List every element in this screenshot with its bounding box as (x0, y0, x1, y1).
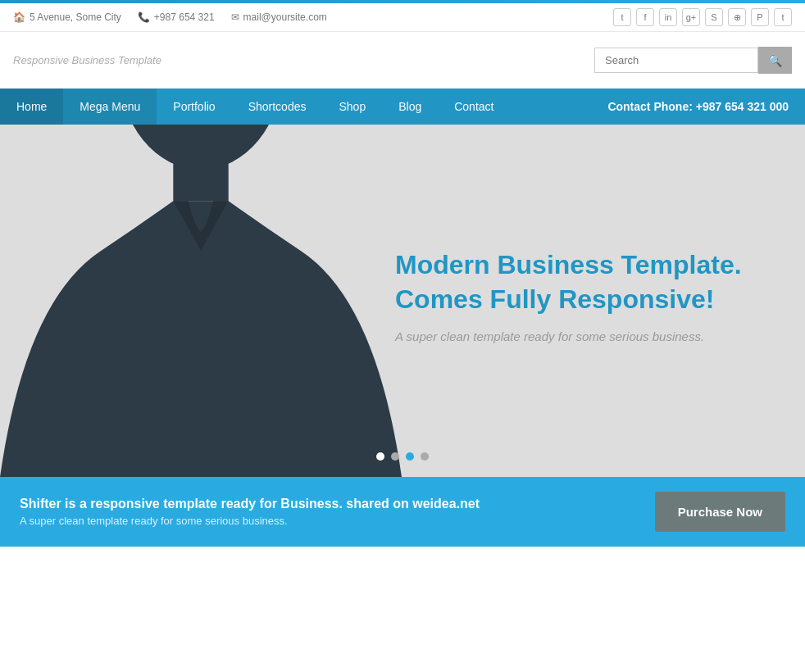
cta-main-text: Shifter is a responsive template ready f… (20, 497, 480, 511)
pinterest-icon[interactable]: P (751, 8, 769, 26)
googleplus-icon[interactable]: g+ (682, 8, 700, 26)
hero-title: Modern Business Template. Comes Fully Re… (395, 248, 756, 316)
hero-figure (0, 125, 402, 477)
slider-dot-2[interactable] (391, 452, 399, 461)
home-icon: 🏠 (13, 11, 25, 23)
slider-dot-1[interactable] (376, 452, 384, 461)
hero-text: Modern Business Template. Comes Fully Re… (395, 248, 756, 343)
site-header: Responsive Business Template 🔍 (0, 32, 805, 89)
phone-icon: 📞 (138, 11, 150, 23)
slider-dot-3[interactable] (406, 452, 414, 461)
tumblr-icon[interactable]: t (774, 8, 792, 26)
nav-item-shortcodes[interactable]: Shortcodes (232, 89, 323, 125)
cta-sub-text: A super clean template ready for some se… (20, 515, 480, 527)
phone-item: 📞 +987 654 321 (138, 11, 215, 23)
site-title: Responsive Business Template (13, 54, 161, 66)
email-item: ✉ mail@yoursite.com (231, 11, 327, 23)
slider-dots (376, 452, 429, 461)
slider-dot-4[interactable] (421, 452, 429, 461)
phone-text: +987 654 321 (154, 11, 215, 23)
nav-item-blog[interactable]: Blog (382, 89, 438, 125)
rss-icon[interactable]: ⊕ (728, 8, 746, 26)
nav-item-shop[interactable]: Shop (322, 89, 382, 125)
email-text: mail@yoursite.com (243, 11, 327, 23)
facebook-icon[interactable]: f (636, 8, 654, 26)
contact-info: 🏠 5 Avenue, Some City 📞 +987 654 321 ✉ m… (13, 11, 327, 23)
main-nav: Home Mega Menu Portfolio Shortcodes Shop… (0, 89, 805, 125)
hero-section: Modern Business Template. Comes Fully Re… (0, 125, 805, 477)
nav-contact-phone: Contact Phone: +987 654 321 000 (591, 89, 805, 125)
address-item: 🏠 5 Avenue, Some City (13, 11, 121, 23)
social-links: t f in g+ S ⊕ P t (613, 8, 792, 26)
mail-icon: ✉ (231, 11, 239, 23)
cta-bar: Shifter is a responsive template ready f… (0, 477, 805, 547)
purchase-now-button[interactable]: Purchase Now (655, 492, 785, 532)
nav-item-contact[interactable]: Contact (438, 89, 510, 125)
top-bar: 🏠 5 Avenue, Some City 📞 +987 654 321 ✉ m… (0, 3, 805, 32)
silhouette-svg (0, 125, 402, 477)
cta-text-block: Shifter is a responsive template ready f… (20, 497, 480, 527)
svg-rect-1 (173, 151, 228, 201)
twitter-icon[interactable]: t (613, 8, 631, 26)
nav-items: Home Mega Menu Portfolio Shortcodes Shop… (0, 89, 510, 125)
address-text: 5 Avenue, Some City (30, 11, 121, 23)
nav-item-home[interactable]: Home (0, 89, 63, 125)
search-box: 🔍 (594, 47, 792, 74)
nav-item-mega-menu[interactable]: Mega Menu (63, 89, 157, 125)
hero-subtitle: A super clean template ready for some se… (395, 329, 756, 343)
search-input[interactable] (594, 48, 758, 73)
nav-item-portfolio[interactable]: Portfolio (157, 89, 231, 125)
skype-icon[interactable]: S (705, 8, 723, 26)
search-button[interactable]: 🔍 (758, 47, 792, 74)
linkedin-icon[interactable]: in (659, 8, 677, 26)
